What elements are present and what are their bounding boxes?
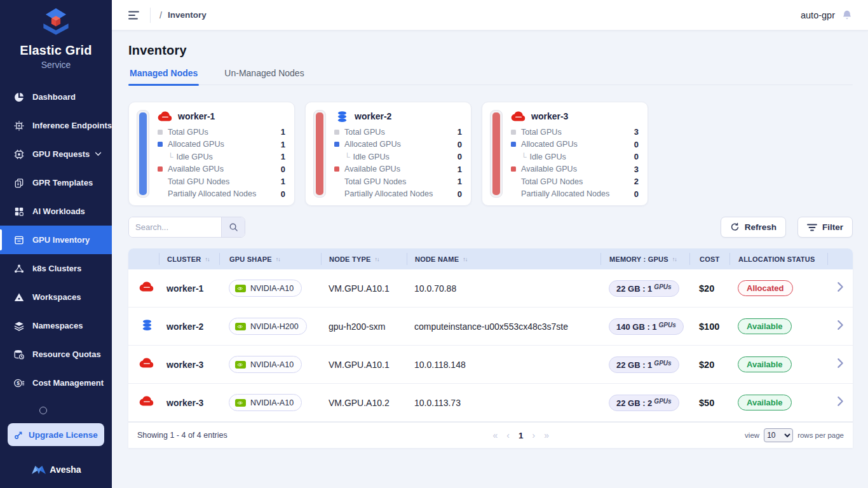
sort-icon[interactable]: ↑↓	[205, 256, 209, 262]
row-expand-cell[interactable]	[827, 358, 853, 371]
refresh-button[interactable]: Refresh	[721, 217, 786, 238]
search-box	[128, 217, 245, 238]
breadcrumb[interactable]: Inventory	[168, 10, 207, 20]
sidebar-item-k8s-clusters[interactable]: k8s Clusters	[0, 254, 112, 283]
inventory-table: CLUSTER↑↓GPU SHAPE↑↓NODE TYPE↑↓NODE NAME…	[128, 248, 853, 448]
sidebar-item-label: Cost Management	[32, 378, 104, 388]
card-stat-row: Available GPUs3	[511, 163, 640, 176]
node-name: 10.0.113.73	[414, 398, 461, 408]
stat-label: Total GPU Nodes	[168, 177, 229, 186]
sidebar-item-namespaces[interactable]: Namespaces	[0, 311, 112, 340]
stat-label: Allocated GPUs	[521, 140, 578, 149]
table-row[interactable]: worker-2NVIDIA-H200gpu-h200-sxmcomputein…	[128, 308, 853, 346]
column-header-nodetype[interactable]: NODE TYPE↑↓	[321, 253, 407, 265]
sidebar-item-inference-endpoints[interactable]: Inference Endpoints	[0, 111, 112, 140]
idle-elbow-icon: └	[344, 152, 350, 161]
sidebar-item-ai-workloads[interactable]: AI Workloads	[0, 197, 112, 226]
stat-bullet-allocated	[334, 142, 339, 147]
brand-block: Elastic Grid Service	[0, 0, 112, 70]
gpu-shape-badge: NVIDIA-A10	[229, 394, 302, 411]
worker-card[interactable]: worker-2Total GPUs1Allocated GPUs0└Idle …	[305, 102, 471, 206]
node-name-cell: 10.0.118.148	[407, 360, 600, 370]
stat-label: Total GPUs	[344, 128, 385, 137]
toolbar: Refresh Filter	[128, 217, 853, 238]
sidebar-item-label: Dashboard	[32, 92, 76, 102]
column-header-memory[interactable]: MEMORY : GPUS↑↓	[600, 253, 689, 265]
sidebar-item-gpu-inventory[interactable]: GPU Inventory	[0, 226, 112, 254]
stat-bullet-total	[334, 130, 339, 135]
sidebar-item-gpu-requests[interactable]: GPU Requests	[0, 140, 112, 168]
gpu-usage-bar-fill	[492, 112, 500, 195]
upgrade-license-button[interactable]: Upgrade License	[8, 423, 104, 446]
k8s-clusters-icon	[13, 263, 25, 274]
sort-icon[interactable]: ↑↓	[463, 256, 467, 262]
table-row[interactable]: worker-3NVIDIA-A10VM.GPU.A10.110.0.118.1…	[128, 346, 853, 384]
stat-value: 0	[634, 140, 640, 149]
gpu-shape-label: NVIDIA-A10	[250, 398, 294, 407]
next-page-button[interactable]: ›	[532, 430, 536, 440]
last-page-button[interactable]: »	[544, 430, 549, 440]
rows-per-page-label: rows per page	[797, 431, 844, 439]
worker-card[interactable]: worker-1Total GPUs1Allocated GPUs1└Idle …	[128, 102, 295, 206]
sort-icon[interactable]: ↑↓	[375, 256, 379, 262]
dashboard-icon	[13, 92, 25, 103]
row-expand-cell[interactable]	[827, 396, 853, 409]
ai-workloads-icon	[13, 206, 25, 217]
topbar: / Inventory auto-gpr	[112, 0, 868, 30]
search-button[interactable]	[221, 217, 245, 237]
row-expand-cell[interactable]	[827, 281, 853, 295]
card-stat-row: Total GPUs1	[158, 126, 287, 139]
card-stat-row: Total GPUs1	[334, 126, 463, 139]
provider-cell	[128, 281, 159, 295]
search-input[interactable]	[129, 217, 221, 237]
cost-value: $50	[699, 398, 714, 408]
card-stat-row: Available GPUs0	[158, 163, 287, 176]
filter-label: Filter	[822, 222, 843, 232]
stat-label: Available GPUs	[344, 165, 400, 173]
sidebar-item-dashboard[interactable]: Dashboard	[0, 83, 112, 111]
rows-per-page-select[interactable]: 10	[764, 428, 793, 442]
stat-bullet-allocated	[511, 142, 516, 147]
database-stack-icon	[141, 319, 153, 334]
tab-un-managed-nodes[interactable]: Un-Managed Nodes	[223, 68, 305, 85]
stat-value: 1	[281, 127, 287, 137]
provider-cell	[128, 319, 159, 334]
notifications-bell-icon[interactable]	[841, 10, 853, 21]
sidebar-item-gpr-templates[interactable]: GPR Templates	[0, 168, 112, 197]
nvidia-icon	[235, 361, 246, 369]
worker-card[interactable]: worker-3Total GPUs3Allocated GPUs0└Idle …	[482, 102, 648, 206]
current-page[interactable]: 1	[519, 431, 524, 440]
sidebar-item-label: Inference Endpoints	[32, 121, 112, 130]
table-row[interactable]: worker-3NVIDIA-A10VM.GPU.A10.210.0.113.7…	[128, 384, 853, 422]
column-header-nodename[interactable]: NODE NAME↑↓	[407, 253, 600, 265]
filter-button[interactable]: Filter	[797, 217, 853, 238]
menu-toggle-icon[interactable]	[128, 11, 140, 20]
row-expand-cell[interactable]	[827, 320, 853, 333]
elastic-grid-logo	[37, 8, 74, 39]
sort-icon[interactable]: ↑↓	[672, 256, 677, 262]
stat-bullet-none	[511, 179, 516, 184]
column-header-shape[interactable]: GPU SHAPE↑↓	[219, 253, 321, 265]
column-header-cost[interactable]: COST	[689, 253, 729, 265]
oracle-cloud-icon	[139, 358, 154, 371]
cost-management-icon: $	[13, 377, 25, 389]
table-row[interactable]: worker-1NVIDIA-A10VM.GPU.A10.110.0.70.88…	[128, 269, 853, 308]
card-stat-row: └Idle GPUs0	[511, 151, 640, 163]
stat-label: Available GPUs	[168, 165, 224, 173]
card-stat-row: Partially Allocated Nodes0	[158, 188, 287, 201]
sidebar-item-workspaces[interactable]: Workspaces	[0, 283, 112, 311]
stat-value: 0	[281, 189, 287, 199]
column-header-cluster[interactable]: CLUSTER↑↓	[159, 253, 219, 265]
tab-managed-nodes[interactable]: Managed Nodes	[128, 68, 199, 85]
memory-unit: GPUs	[654, 360, 671, 367]
column-header-status[interactable]: ALLOCATION STATUS	[729, 253, 827, 265]
user-label[interactable]: auto-gpr	[801, 10, 835, 20]
sort-icon[interactable]: ↑↓	[276, 256, 280, 262]
sidebar-item-cost-management[interactable]: $Cost Management	[0, 369, 112, 397]
sidebar-item-resource-quotas[interactable]: Resource Quotas	[0, 340, 112, 369]
stat-bullet-spacer	[158, 154, 163, 159]
first-page-button[interactable]: «	[493, 430, 498, 440]
nvidia-icon	[235, 323, 246, 330]
prev-page-button[interactable]: ‹	[506, 430, 510, 440]
content: Inventory Managed NodesUn-Managed Nodes …	[112, 30, 868, 488]
